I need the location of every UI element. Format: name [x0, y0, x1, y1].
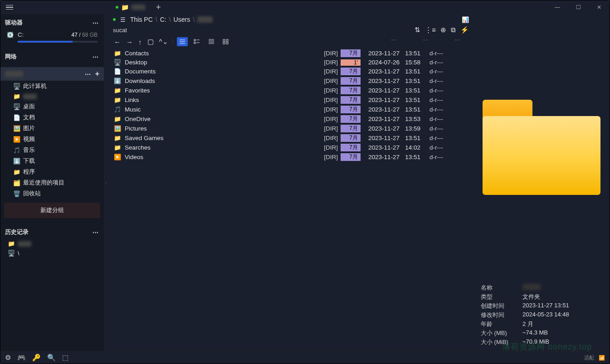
key-icon[interactable]: 🔑	[32, 354, 41, 362]
file-dir: [DIR]	[320, 59, 341, 66]
copy-icon[interactable]: ⧉	[451, 26, 456, 34]
breadcrumb-segment[interactable]	[197, 16, 213, 23]
sidebar-item[interactable]: 📁 程序	[0, 166, 104, 177]
item-icon: 🖼️	[12, 125, 21, 132]
group-add-button[interactable]: +	[95, 70, 99, 78]
file-attr: d-r---	[420, 116, 443, 122]
sidebar-item[interactable]: 📄 文档	[0, 112, 104, 123]
history-header[interactable]: 历史记录 ⋯	[0, 225, 104, 239]
drives-more-icon[interactable]: ⋯	[93, 19, 99, 26]
sidebar-item[interactable]: 🖥️ 此计算机	[0, 81, 104, 92]
col-sort-attr[interactable]: ˆ ˇ	[455, 39, 460, 44]
sidebar-item[interactable]: ▶️ 视频	[0, 134, 104, 145]
gamepad-icon[interactable]: 🎮	[17, 354, 26, 362]
file-date: 2023-11-27	[362, 106, 400, 113]
file-list[interactable]: 📁 Contacts [DIR] 7月 2023-11-27 13:51 d-r…	[108, 49, 473, 351]
view-compact-button[interactable]	[206, 37, 217, 46]
tree-icon[interactable]: ⋮≡	[425, 26, 436, 34]
file-row[interactable]: 🖥️ Desktop [DIR] 1' 2024-07-26 15:58 d-r…	[113, 58, 469, 67]
sidebar-item[interactable]: 📁	[0, 92, 104, 101]
item-label: 最近使用的项目	[23, 179, 64, 187]
sort-toggle-icon[interactable]: ⇅	[415, 26, 420, 34]
network-more-icon[interactable]: ⋯	[93, 53, 99, 60]
settings-icon[interactable]: ⚙	[5, 354, 11, 362]
file-time: 14:02	[400, 144, 420, 151]
sidebar-item[interactable]: 🖥️ 桌面	[0, 101, 104, 112]
breadcrumb-segment[interactable]: Users	[174, 16, 190, 23]
new-tab-button[interactable]: +	[151, 1, 166, 14]
minimize-button[interactable]: —	[547, 0, 568, 14]
file-attr: d-r---	[420, 97, 443, 103]
file-row[interactable]: 📁 Links [DIR] 7月 2023-11-27 13:51 d-r---	[113, 95, 469, 105]
info-row: 大小 (MiB) ~70.9 MiB	[481, 338, 602, 347]
file-dir: [DIR]	[320, 135, 341, 141]
breadcrumb-segment[interactable]: This PC	[130, 16, 153, 23]
history-item[interactable]: 🖥️ \	[0, 248, 104, 258]
filter-input[interactable]	[113, 27, 204, 34]
file-date: 2023-11-27	[362, 125, 400, 132]
close-button[interactable]: ✕	[589, 0, 610, 14]
sidebar-item[interactable]: 🎵 音乐	[0, 145, 104, 155]
file-row[interactable]: 🎵 Music [DIR] 7月 2023-11-27 13:51 d-r---	[113, 105, 469, 114]
drives-header[interactable]: 驱动器 ⋯	[0, 16, 104, 29]
view-details-button[interactable]	[177, 37, 188, 46]
breadcrumb-segment[interactable]: C:	[160, 16, 166, 23]
group-header[interactable]: ⋯ +	[0, 67, 104, 81]
splitter[interactable]: ‹	[104, 14, 108, 351]
col-sort-date[interactable]: ˆ ˇ	[423, 39, 428, 44]
col-sort-name[interactable]: ˆ ˇ	[391, 39, 396, 44]
sidebar-item[interactable]: 🖼️ 图片	[0, 123, 104, 134]
forward-button[interactable]: →	[125, 37, 134, 47]
signal-icon[interactable]: 📶	[599, 355, 605, 361]
terminal-icon[interactable]: ⬚	[62, 354, 68, 362]
file-row[interactable]: ⬇️ Downloads [DIR] 7月 2023-11-27 13:51 d…	[113, 76, 469, 86]
file-row[interactable]: 📁 OneDrive [DIR] 7月 2023-11-27 13:53 d-r…	[113, 114, 469, 124]
file-row[interactable]: ▶️ Videos [DIR] 7月 2023-11-27 13:51 d-r-…	[113, 152, 469, 162]
drive-usage-bar	[18, 41, 98, 43]
maximize-button[interactable]: ☐	[568, 0, 589, 14]
info-row: 大小 (MB) ~74.3 MB	[481, 329, 602, 338]
svg-rect-13	[223, 42, 225, 44]
sidebar-item[interactable]: ⬇️ 下载	[0, 155, 104, 166]
chart-icon[interactable]: 📊	[462, 16, 469, 23]
file-row[interactable]: 📁 Contacts [DIR] 7月 2023-11-27 13:51 d-r…	[113, 49, 469, 58]
add-icon[interactable]: ⊕	[440, 26, 446, 34]
drive-item[interactable]: 💽 C: 47 / 68 GB	[0, 29, 104, 40]
item-icon: 🎵	[12, 147, 21, 154]
view-grid-button[interactable]	[220, 37, 231, 46]
tab-current[interactable]: 📁	[109, 2, 151, 13]
file-name: OneDrive	[125, 116, 320, 122]
info-value: 2 月	[522, 320, 533, 328]
file-row[interactable]: 📁 Favorites [DIR] 7月 2023-11-27 13:51 d-…	[113, 86, 469, 95]
item-label: 桌面	[23, 102, 35, 111]
group-more-icon[interactable]: ⋯	[85, 71, 92, 78]
new-group-button[interactable]: 新建分组	[4, 203, 100, 218]
file-attr: d-r---	[420, 87, 443, 94]
back-button[interactable]: ←	[113, 37, 122, 47]
svg-rect-3	[194, 39, 195, 41]
sidebar-item[interactable]: 🗂️ 最近使用的项目	[0, 177, 104, 188]
file-row[interactable]: 📄 Documents [DIR] 7月 2023-11-27 13:51 d-…	[113, 67, 469, 76]
file-age: 7月	[341, 134, 361, 142]
up-button[interactable]: ↑	[137, 37, 143, 47]
item-label: 此计算机	[23, 82, 47, 90]
history-more-icon[interactable]: ⋯	[93, 229, 99, 236]
info-value	[522, 284, 541, 290]
network-header[interactable]: 网络 ⋯	[0, 50, 104, 63]
flash-icon[interactable]: ⚡	[460, 26, 469, 34]
list-icon[interactable]: ☰	[120, 16, 126, 23]
menu-button[interactable]	[3, 2, 16, 13]
item-icon: ▶️	[12, 136, 21, 143]
new-window-icon[interactable]: ▢	[146, 37, 155, 47]
file-row[interactable]: 🖼️ Pictures [DIR] 7月 2023-11-27 13:59 d-…	[113, 124, 469, 133]
history-item[interactable]: 📁	[0, 239, 104, 248]
sidebar-item[interactable]: 🗑️ 回收站	[0, 188, 104, 199]
file-row[interactable]: 📁 Searches [DIR] 7月 2023-11-27 14:02 d-r…	[113, 143, 469, 152]
file-icon: 📁	[113, 50, 122, 57]
dropdown-icon[interactable]: ^⌄	[158, 37, 169, 47]
file-row[interactable]: 📁 Saved Games [DIR] 7月 2023-11-27 13:51 …	[113, 133, 469, 143]
view-list-button[interactable]	[191, 37, 202, 46]
info-row: 创建时间 2023-11-27 13:51	[481, 301, 602, 311]
item-label: 文档	[23, 113, 35, 121]
search-icon[interactable]: 🔍	[47, 354, 56, 362]
